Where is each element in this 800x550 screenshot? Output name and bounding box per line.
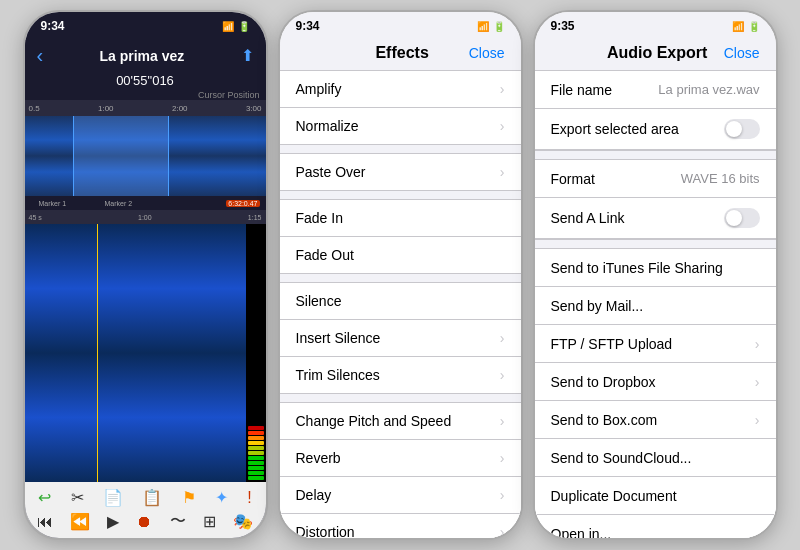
normalize-chevron: ›	[500, 118, 505, 134]
amplify-chevron: ›	[500, 81, 505, 97]
grid-button[interactable]: ⊞	[203, 512, 216, 531]
ruler-mark-2b: 1:00	[138, 214, 152, 221]
send-a-link-toggle[interactable]	[724, 208, 760, 228]
export-scroll[interactable]: File name La prima vez.wav Export select…	[535, 70, 776, 538]
toolbar-row-1: ↩ ✂ 📄 📋 ⚑ ✦ !	[29, 488, 262, 507]
fade-out-item[interactable]: Fade Out	[280, 237, 521, 273]
cursor-label: Cursor Position	[25, 90, 266, 100]
vu-bar-green-2	[248, 471, 264, 475]
effect-button[interactable]: ✦	[215, 488, 228, 507]
timeline-ruler-1: 0.5 1:00 2:00 3:00	[25, 100, 266, 116]
send-itunes-row[interactable]: Send to iTunes File Sharing	[535, 249, 776, 287]
time-display: 00'55"016	[25, 71, 266, 90]
export-close-button[interactable]: Close	[724, 45, 760, 61]
prev-button[interactable]: ⏪	[70, 512, 90, 531]
copy-button[interactable]: 📄	[103, 488, 123, 507]
format-row: Format WAVE 16 bits	[535, 160, 776, 198]
soundcloud-row[interactable]: Send to SoundCloud...	[535, 439, 776, 477]
send-a-link-row: Send A Link	[535, 198, 776, 239]
effects-section-1: Amplify › Normalize ›	[280, 70, 521, 145]
trim-silences-chevron: ›	[500, 367, 505, 383]
file-name-label: File name	[551, 82, 612, 98]
normalize-item[interactable]: Normalize ›	[280, 108, 521, 144]
battery-icon-1: 🔋	[238, 21, 250, 32]
paste-over-label: Paste Over	[296, 164, 366, 180]
reverb-chevron: ›	[500, 450, 505, 466]
ftp-chevron: ›	[755, 336, 760, 352]
status-icons-2: 📶 🔋	[477, 21, 505, 32]
normalize-label: Normalize	[296, 118, 359, 134]
effects-close-button[interactable]: Close	[469, 45, 505, 61]
delay-item[interactable]: Delay ›	[280, 477, 521, 514]
distortion-chevron: ›	[500, 524, 505, 538]
boxcom-row[interactable]: Send to Box.com ›	[535, 401, 776, 439]
effects-scroll[interactable]: Amplify › Normalize › Paste Over › Fade …	[280, 70, 521, 538]
send-mail-row[interactable]: Send by Mail...	[535, 287, 776, 325]
open-in-row[interactable]: Open in...	[535, 515, 776, 538]
waveform-button[interactable]: 〜	[170, 511, 186, 532]
export-selected-toggle[interactable]	[724, 119, 760, 139]
dropbox-row[interactable]: Send to Dropbox ›	[535, 363, 776, 401]
vu-bar-red-2	[248, 426, 264, 430]
back-button[interactable]: ‹	[37, 44, 44, 67]
ruler-marks-1: 0.5 1:00 2:00 3:00	[29, 104, 262, 113]
ftp-row[interactable]: FTP / SFTP Upload ›	[535, 325, 776, 363]
marker-button[interactable]: ⚑	[182, 488, 196, 507]
alert-button[interactable]: !	[247, 489, 251, 507]
editor-content: ‹ La prima vez ⬆ 00'55"016 Cursor Positi…	[25, 40, 266, 538]
silence-item[interactable]: Silence	[280, 283, 521, 320]
record-button[interactable]: ⏺	[136, 513, 152, 531]
amplify-item[interactable]: Amplify ›	[280, 71, 521, 108]
boxcom-label: Send to Box.com	[551, 412, 658, 428]
effects2-button[interactable]: 🎭	[233, 512, 253, 531]
status-icons-3: 📶 🔋	[732, 21, 760, 32]
vu-bar-red-1	[248, 431, 264, 435]
wifi-icon-3: 📶	[732, 21, 744, 32]
trim-silences-label: Trim Silences	[296, 367, 380, 383]
export-selected-row: Export selected area	[535, 109, 776, 150]
vu-bar-green-1	[248, 476, 264, 480]
share-button[interactable]: ⬆	[241, 46, 254, 65]
fade-in-item[interactable]: Fade In	[280, 200, 521, 237]
selection-time: 6:32:0.47	[226, 200, 259, 207]
export-section-file: File name La prima vez.wav Export select…	[535, 70, 776, 151]
rewind-button[interactable]: ⏮	[37, 513, 53, 531]
ruler-mark-2c: 1:15	[248, 214, 262, 221]
play-button[interactable]: ▶	[107, 512, 119, 531]
change-pitch-speed-item[interactable]: Change Pitch and Speed ›	[280, 403, 521, 440]
loop-button[interactable]: ↩	[38, 488, 51, 507]
status-icons-1: 📶 🔋	[222, 21, 250, 32]
status-time-3: 9:35	[551, 19, 575, 33]
battery-icon-3: 🔋	[748, 21, 760, 32]
waveform-bottom[interactable]	[25, 224, 266, 482]
track-title: La prima vez	[99, 48, 184, 64]
effects-nav-bar: Effects Close	[280, 40, 521, 70]
marker-row: Marker 1 Marker 2 6:32:0.47	[25, 196, 266, 210]
cut-button[interactable]: ✂	[71, 488, 84, 507]
paste-over-item[interactable]: Paste Over ›	[280, 154, 521, 190]
ftp-label: FTP / SFTP Upload	[551, 336, 673, 352]
editor-header: ‹ La prima vez ⬆	[25, 40, 266, 71]
dropbox-chevron: ›	[755, 374, 760, 390]
silence-label: Silence	[296, 293, 342, 309]
status-time-1: 9:34	[41, 19, 65, 33]
send-itunes-label: Send to iTunes File Sharing	[551, 260, 723, 276]
waveform-top[interactable]	[25, 116, 266, 196]
effects-content: Effects Close Amplify › Normalize › Past…	[280, 40, 521, 538]
send-a-link-label: Send A Link	[551, 210, 625, 226]
vu-bar-yellow-3	[248, 441, 264, 445]
trim-silences-item[interactable]: Trim Silences ›	[280, 357, 521, 393]
export-title: Audio Export	[607, 44, 707, 62]
distortion-item[interactable]: Distortion ›	[280, 514, 521, 538]
reverb-item[interactable]: Reverb ›	[280, 440, 521, 477]
insert-silence-item[interactable]: Insert Silence ›	[280, 320, 521, 357]
status-bar-3: 9:35 📶 🔋	[535, 12, 776, 40]
marker-2-label: Marker 2	[105, 200, 133, 207]
change-pitch-speed-chevron: ›	[500, 413, 505, 429]
paste-button[interactable]: 📋	[142, 488, 162, 507]
delay-label: Delay	[296, 487, 332, 503]
duplicate-row[interactable]: Duplicate Document	[535, 477, 776, 515]
soundcloud-label: Send to SoundCloud...	[551, 450, 692, 466]
format-label: Format	[551, 171, 595, 187]
ruler-mark-2a: 45 s	[29, 214, 42, 221]
